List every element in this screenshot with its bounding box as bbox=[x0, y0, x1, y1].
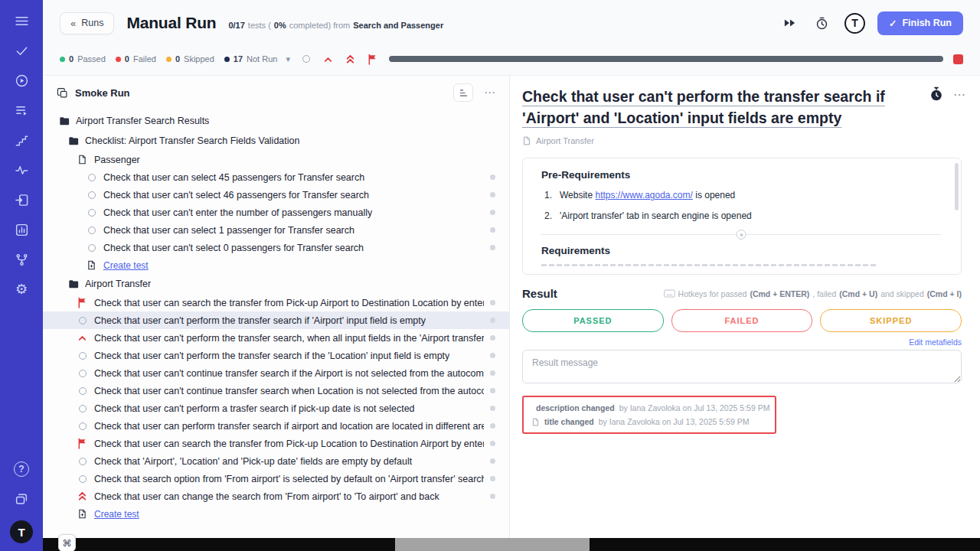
divider-handle[interactable] bbox=[737, 230, 746, 240]
drag-handle[interactable] bbox=[490, 227, 495, 233]
drag-handle[interactable] bbox=[490, 406, 495, 411]
create-test-link[interactable]: Create test bbox=[43, 505, 509, 523]
tree-test[interactable]: Check that user can select 1 passenger f… bbox=[43, 221, 509, 239]
drag-handle[interactable] bbox=[490, 388, 495, 393]
drag-handle[interactable] bbox=[490, 423, 495, 429]
create-test-link[interactable]: Create test bbox=[43, 256, 509, 274]
legend-skipped[interactable]: 0Skipped bbox=[166, 54, 214, 64]
tree-test[interactable]: Check that user can't perform a trasfer … bbox=[43, 399, 509, 417]
chevron-down-icon[interactable]: ▾ bbox=[286, 54, 290, 64]
tree-test[interactable]: Check that user can't perform the transf… bbox=[43, 347, 509, 364]
group-view-button[interactable] bbox=[453, 83, 473, 102]
bottom-scrollbar-thumb[interactable] bbox=[395, 538, 590, 551]
card-scrollbar-thumb[interactable] bbox=[955, 163, 959, 210]
failed-button[interactable]: FAILED bbox=[671, 309, 813, 332]
external-link[interactable]: https://www.agoda.com/ bbox=[595, 190, 692, 201]
detail-more-button[interactable]: ⋯ bbox=[953, 87, 966, 102]
keyboard-shortcuts-button[interactable]: ⌘ bbox=[58, 534, 76, 551]
tree-more-button[interactable]: ⋯ bbox=[480, 83, 500, 102]
description-card: Pre-Requirements 1.Website https://www.a… bbox=[522, 158, 962, 275]
drag-handle[interactable] bbox=[490, 174, 495, 180]
tree-test[interactable]: Check that user can't perform the transf… bbox=[43, 329, 509, 347]
filter-flagged-button[interactable] bbox=[367, 54, 379, 65]
drag-handle[interactable] bbox=[490, 210, 495, 215]
drag-handle[interactable] bbox=[490, 300, 495, 305]
drag-handle[interactable] bbox=[490, 441, 495, 446]
drag-handle[interactable] bbox=[490, 458, 495, 464]
test-suite-tag[interactable]: Airport Transfer bbox=[522, 136, 962, 145]
legend-failed[interactable]: 0Failed bbox=[116, 54, 156, 64]
tree-test[interactable]: Check that user can't perform the transf… bbox=[43, 311, 509, 329]
back-to-runs-button[interactable]: « Runs bbox=[60, 12, 114, 34]
filter-not-run-button[interactable] bbox=[300, 55, 312, 63]
not-run-status-icon bbox=[86, 191, 97, 199]
menu-button[interactable] bbox=[10, 9, 33, 32]
skipped-button[interactable]: SKIPPED bbox=[820, 309, 962, 332]
tree-item-label: Check that user can't perform a trasfer … bbox=[94, 403, 415, 414]
filter-critical-priority-button[interactable] bbox=[345, 54, 357, 65]
tree-test[interactable]: Check that user can't enter the number o… bbox=[43, 204, 509, 221]
sidebar-item-branches[interactable] bbox=[10, 248, 33, 271]
tree-test[interactable]: Check that user can't select 0 passenger… bbox=[43, 239, 509, 256]
check-icon bbox=[15, 44, 29, 58]
drag-handle[interactable] bbox=[490, 192, 495, 197]
sidebar-item-runs-list[interactable] bbox=[10, 99, 33, 122]
sidebar-item-tests[interactable] bbox=[10, 39, 33, 62]
tree-item-label: Check that user can't select 0 passenger… bbox=[103, 243, 364, 253]
tests-label: tests ( bbox=[248, 21, 271, 30]
tree-item-label: Check that user can select 1 passenger f… bbox=[103, 225, 354, 236]
tree-test[interactable]: Check that user can search the transfer … bbox=[43, 294, 509, 311]
sidebar-item-projects[interactable] bbox=[10, 487, 33, 510]
double-chevron-up-icon bbox=[77, 491, 88, 502]
sidebar-item-help[interactable]: ? bbox=[10, 458, 33, 481]
drag-handle[interactable] bbox=[490, 335, 495, 341]
legend-passed[interactable]: 0Passed bbox=[60, 54, 106, 64]
edit-metafields-link[interactable]: Edit metafields bbox=[909, 337, 962, 347]
tree-test[interactable]: Check that user can change the search fr… bbox=[43, 487, 509, 505]
drag-handle[interactable] bbox=[490, 245, 495, 250]
drag-handle[interactable] bbox=[490, 476, 495, 481]
sidebar-item-milestones[interactable] bbox=[10, 129, 33, 152]
play-circle-icon bbox=[15, 73, 29, 88]
stopwatch-button[interactable] bbox=[929, 86, 944, 102]
legend-not-run[interactable]: 17Not Run bbox=[224, 54, 278, 64]
sidebar-item-run[interactable] bbox=[10, 69, 33, 92]
tree-folder[interactable]: Checklist: Airport Transfer Search Field… bbox=[43, 131, 509, 151]
workspace-avatar[interactable]: T bbox=[10, 520, 33, 543]
tree-doc[interactable]: Passenger bbox=[43, 151, 509, 168]
result-message-input[interactable] bbox=[522, 350, 962, 383]
tree-test[interactable]: Check that user can't continue transfer … bbox=[43, 382, 509, 399]
test-title[interactable]: Check that user can't perform the transf… bbox=[522, 86, 962, 129]
sidebar-item-settings[interactable]: ⚙ bbox=[10, 278, 33, 301]
tree-folder[interactable]: Airport Transfer bbox=[43, 274, 509, 294]
tree-test[interactable]: Check that user can perform transfer sea… bbox=[43, 417, 509, 435]
tree-test[interactable]: Check that user can't select 46 passenge… bbox=[43, 186, 509, 204]
sidebar-item-pulse[interactable] bbox=[10, 158, 33, 181]
history-button[interactable] bbox=[812, 13, 832, 33]
finish-run-label: Finish Run bbox=[902, 18, 952, 28]
fast-forward-button[interactable] bbox=[780, 13, 800, 33]
tree-folder[interactable]: Airport Transfer Search Results bbox=[43, 111, 509, 131]
drag-handle[interactable] bbox=[490, 353, 495, 358]
detail-actions: ⋯ bbox=[929, 86, 966, 102]
double-chevron-up-icon bbox=[345, 54, 355, 65]
tree-test[interactable]: Check that 'Airport', 'Location' and 'Pi… bbox=[43, 452, 509, 470]
status-buttons: PASSED FAILED SKIPPED bbox=[522, 309, 962, 332]
not-run-status-icon bbox=[77, 422, 88, 430]
passed-label: Passed bbox=[77, 54, 106, 64]
drag-handle[interactable] bbox=[490, 494, 495, 499]
filter-high-priority-button[interactable] bbox=[322, 54, 335, 64]
drag-handle[interactable] bbox=[490, 370, 495, 376]
flag-icon bbox=[368, 54, 377, 65]
sidebar-item-import[interactable] bbox=[10, 188, 33, 211]
passed-button[interactable]: PASSED bbox=[522, 309, 664, 332]
tree-test[interactable]: Check that user can't continue transfer … bbox=[43, 364, 509, 382]
tree-test[interactable]: Check that search option from 'From airp… bbox=[43, 470, 509, 487]
passed-count: 0 bbox=[69, 54, 74, 64]
user-avatar[interactable]: T bbox=[844, 13, 865, 34]
tree-test[interactable]: Check that user can select 45 passengers… bbox=[43, 168, 509, 186]
finish-run-button[interactable]: ✓ Finish Run bbox=[877, 11, 963, 35]
drag-handle[interactable] bbox=[490, 318, 495, 323]
tree-test[interactable]: Check that user can search the transfer … bbox=[43, 435, 509, 452]
sidebar-item-analytics[interactable] bbox=[10, 218, 33, 241]
